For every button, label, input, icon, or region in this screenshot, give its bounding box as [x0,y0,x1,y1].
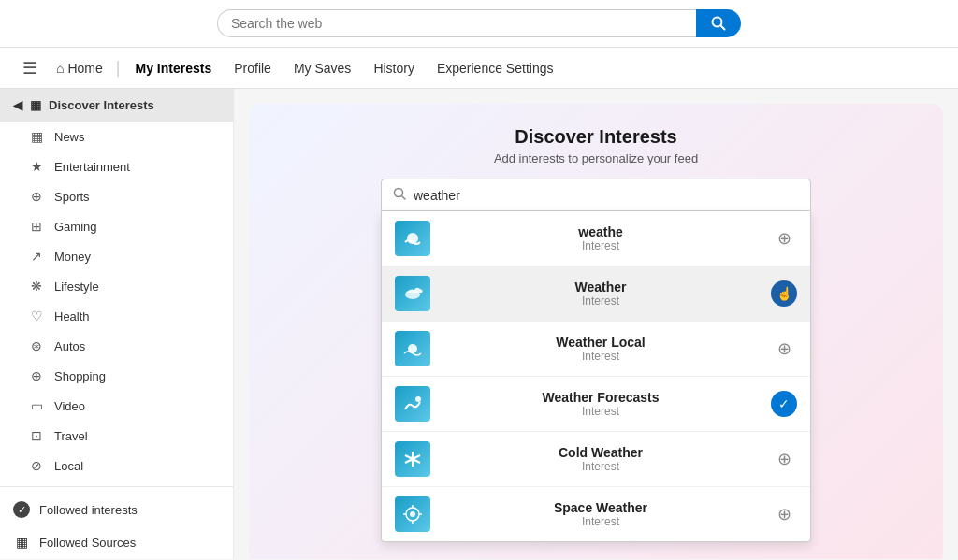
cold-weather-add-button[interactable]: ⊕ [771,446,797,472]
weather-local-info: Weather Local Interest [442,335,760,363]
sidebar-item-video[interactable]: ▭ Video [0,391,233,421]
sidebar-item-label: Gaming [54,220,97,234]
sidebar-item-label: Entertainment [54,160,130,174]
weather-forecasts-name: Weather Forecasts [442,390,760,405]
discover-subtitle: Add interests to personalize your feed [271,151,921,165]
my-interests-link[interactable]: My Interests [126,57,222,79]
health-icon: ♡ [28,309,45,323]
sidebar-section-title: Discover Interests [49,98,154,112]
sidebar-arrow: ◀ [13,98,22,112]
interest-search-input[interactable]: weather [414,188,799,203]
svg-point-10 [410,511,415,517]
home-link[interactable]: ⌂ Home [49,57,110,79]
video-icon: ▭ [28,398,45,413]
hamburger-button[interactable]: ☰ [15,54,45,82]
followed-sources-label: Followed Sources [39,536,136,550]
result-weather[interactable]: Weather Interest ☝ [382,266,810,322]
weather-local-add-button[interactable]: ⊕ [771,336,797,362]
space-weather-type: Interest [442,515,760,528]
sidebar-item-label: Health [54,309,90,323]
shopping-icon: ⊕ [28,368,45,383]
sidebar-item-label: Travel [54,429,88,443]
cold-weather-name: Cold Weather [442,445,760,460]
cold-weather-info: Cold Weather Interest [442,445,760,473]
weather-local-type: Interest [442,350,760,363]
weather-forecasts-type: Interest [442,405,760,418]
sidebar-item-lifestyle[interactable]: ❋ Lifestyle [0,271,233,301]
weather-name: Weather [442,280,760,294]
weathe-add-button[interactable]: ⊕ [771,225,797,251]
sidebar-item-autos[interactable]: ⊛ Autos [0,331,233,361]
weathe-type: Interest [442,239,760,252]
sidebar-item-entertainment[interactable]: ★ Entertainment [0,151,233,181]
interest-search-icon [393,187,406,203]
search-input[interactable] [231,16,683,31]
sidebar-item-label: Money [54,250,91,264]
result-weather-local[interactable]: Weather Local Interest ⊕ [382,322,810,377]
sidebar-divider [0,486,233,487]
followed-interests-label: Followed interests [39,503,138,517]
space-weather-name: Space Weather [442,500,760,515]
travel-icon: ⊡ [28,428,45,443]
home-label: Home [67,61,102,76]
result-weathe[interactable]: weathe Interest ⊕ [382,211,810,266]
gaming-icon: ⊞ [28,219,45,234]
weather-forecasts-icon [395,386,430,422]
news-icon: ▦ [28,129,45,144]
discover-title: Discover Interests [271,126,921,148]
sidebar-item-shopping[interactable]: ⊕ Shopping [0,361,233,391]
sidebar-followed-sources[interactable]: ▦ Followed Sources [0,526,233,558]
weather-local-name: Weather Local [442,335,760,350]
weather-action-button[interactable]: ☝ [771,280,797,307]
sidebar-item-travel[interactable]: ⊡ Travel [0,421,233,451]
svg-line-3 [402,196,406,200]
profile-link[interactable]: Profile [225,57,281,79]
sidebar-icon: ▦ [30,98,41,112]
sidebar-item-health[interactable]: ♡ Health [0,301,233,331]
svg-point-8 [410,456,415,462]
weather-forecasts-check-button[interactable]: ✓ [771,391,797,417]
search-icon [711,16,726,31]
nav-bar: ☰ ⌂ Home | My Interests Profile My Saves… [0,48,958,89]
cold-weather-icon [395,441,430,477]
result-cold-weather[interactable]: Cold Weather Interest ⊕ [382,432,810,487]
top-bar [0,0,958,48]
search-input-wrapper [217,9,696,37]
result-space-weather[interactable]: Space Weather Interest ⊕ [382,487,810,541]
nav-divider: | [114,58,123,78]
interest-search: weather [381,179,811,211]
sidebar-item-money[interactable]: ↗ Money [0,241,233,271]
weathe-icon [395,221,430,256]
local-icon: ⊘ [28,458,45,473]
sidebar-followed-interests[interactable]: ✓ Followed interests [0,493,233,526]
sports-icon: ⊕ [28,189,45,204]
result-weather-forecasts[interactable]: Weather Forecasts Interest ✓ [382,377,810,432]
weather-type: Interest [442,294,760,308]
home-icon: ⌂ [56,61,64,76]
my-saves-link[interactable]: My Saves [284,57,360,79]
sidebar-item-label: Autos [54,339,85,353]
svg-line-1 [721,26,725,30]
experience-settings-link[interactable]: Experience Settings [428,57,563,79]
sidebar-item-label: Video [54,399,85,413]
history-link[interactable]: History [364,57,424,79]
cold-weather-type: Interest [442,460,760,473]
autos-icon: ⊛ [28,338,45,353]
sidebar-item-sports[interactable]: ⊕ Sports [0,181,233,211]
space-weather-info: Space Weather Interest [442,500,760,528]
sidebar-item-local[interactable]: ⊘ Local [0,451,233,481]
weather-local-icon [395,331,430,366]
sidebar-section-header[interactable]: ◀ ▦ Discover Interests [0,89,233,122]
sidebar-item-gaming[interactable]: ⊞ Gaming [0,211,233,241]
followed-sources-icon: ▦ [13,535,30,550]
sidebar-item-label: Lifestyle [54,280,99,294]
lifestyle-icon: ❋ [28,279,45,294]
sidebar-item-label: Local [54,459,83,473]
space-weather-add-button[interactable]: ⊕ [771,501,797,527]
followed-interests-icon: ✓ [13,501,30,518]
entertainment-icon: ★ [28,159,45,174]
discover-card: Discover Interests Add interests to pers… [249,104,943,559]
search-button[interactable] [696,9,741,37]
main-content: ◀ ▦ Discover Interests ▦ News ★ Entertai… [0,89,958,559]
sidebar-item-news[interactable]: ▦ News [0,122,233,151]
